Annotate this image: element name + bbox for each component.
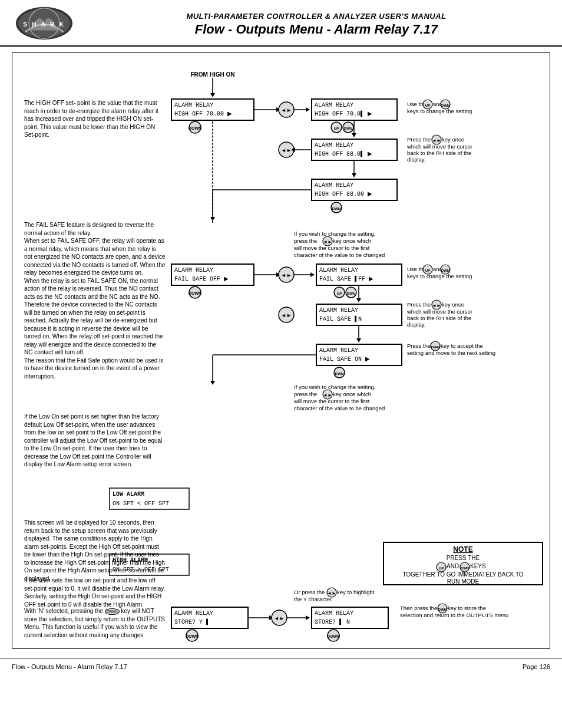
svg-text:◄►: ◄► <box>281 312 292 318</box>
svg-text:press the: press the <box>294 238 317 244</box>
svg-text:FAIL SAFE  OFF    ▶: FAIL SAFE OFF ▶ <box>174 276 229 282</box>
svg-text:character of the value to be c: character of the value to be changed <box>294 405 385 411</box>
svg-text:◄►: ◄► <box>323 393 332 398</box>
svg-text:◄►: ◄► <box>327 591 336 596</box>
svg-text:keys to change the setting: keys to change the setting <box>407 108 472 114</box>
svg-text:UP: UP <box>425 104 430 107</box>
svg-text:STORE?     Y ▌: STORE? Y ▌ <box>174 618 210 625</box>
svg-text:ALARM RELAY: ALARM RELAY <box>319 347 358 354</box>
svg-text:KEYS: KEYS <box>470 563 486 569</box>
svg-text:ALARM RELAY: ALARM RELAY <box>319 267 358 274</box>
svg-text:NOTE: NOTE <box>453 545 472 554</box>
svg-text:press the: press the <box>294 391 317 397</box>
svg-text:RUN MODE: RUN MODE <box>447 578 480 585</box>
svg-marker-115 <box>210 381 215 385</box>
svg-text:Or press the: Or press the <box>294 589 325 595</box>
svg-text:HIGH  OFF  70.0▌  ▶: HIGH OFF 70.0▌ ▶ <box>315 110 372 117</box>
svg-text:UP: UP <box>337 292 342 295</box>
svg-text:If you wish to change the sett: If you wish to change the setting, <box>294 384 375 390</box>
svg-text:back to the RH side of the: back to the RH side of the <box>407 150 471 156</box>
svg-text:◄►: ◄► <box>274 615 285 621</box>
svg-text:the Y character.: the Y character. <box>294 596 333 602</box>
svg-text:DWN: DWN <box>332 207 340 210</box>
svg-text:DOWN: DOWN <box>327 634 340 638</box>
svg-text:display.: display. <box>407 321 426 328</box>
svg-text:back to the RH side of the: back to the RH side of the <box>407 315 471 321</box>
svg-marker-14 <box>306 107 310 112</box>
svg-text:UP: UP <box>425 269 430 272</box>
svg-text:FAIL SAFE  ▌N: FAIL SAFE ▌N <box>319 315 362 322</box>
svg-marker-30 <box>352 133 356 137</box>
svg-text:key to highlight: key to highlight <box>337 589 375 595</box>
svg-text:DWN: DWN <box>438 608 447 611</box>
svg-text:If you wish to change the sett: If you wish to change the setting, <box>294 230 375 237</box>
svg-text:DOWN: DOWN <box>189 291 201 295</box>
svg-text:Not stored: Not stored <box>179 642 205 643</box>
svg-text:◄►: ◄► <box>432 303 441 308</box>
svg-marker-46 <box>352 173 356 177</box>
svg-text:display.: display. <box>407 156 426 163</box>
svg-text:will move the cursor to the fi: will move the cursor to the first <box>293 245 370 251</box>
svg-text:DOWN: DOWN <box>189 126 201 130</box>
svg-text:will move the cursor to the fi: will move the cursor to the first <box>293 398 370 404</box>
shark-logo: S H A R K <box>12 6 77 41</box>
svg-marker-88 <box>356 298 361 302</box>
svg-text:selection and return to the OU: selection and return to the OUTPUTS menu <box>400 612 508 618</box>
svg-text:HIGH  OFF  88.0▌  ▶: HIGH OFF 88.0▌ ▶ <box>315 150 372 157</box>
svg-text:DWN: DWN <box>335 372 343 375</box>
svg-text:ALARM RELAY: ALARM RELAY <box>315 182 353 189</box>
main-content: FROM HIGH ON ALARM RELAY HIGH OFF 70.00 … <box>0 47 562 655</box>
svg-text:DWN: DWN <box>461 566 469 570</box>
svg-text:DOWN: DOWN <box>186 634 199 638</box>
svg-text:DWN: DWN <box>344 127 352 130</box>
header-title: Flow - Outputs Menu - Alarm Relay 7.17 <box>82 22 550 37</box>
svg-text:Press the: Press the <box>407 136 431 143</box>
header-text: MULTI-PARAMETER CONTROLLER & ANALYZER US… <box>82 12 550 37</box>
svg-text:LOW ALARM: LOW ALARM <box>113 491 144 498</box>
svg-text:Press the: Press the <box>407 301 431 308</box>
svg-text:ALARM RELAY: ALARM RELAY <box>315 142 353 149</box>
svg-text:FAIL SAFE  ▌FF    ▶: FAIL SAFE ▌FF ▶ <box>319 275 373 282</box>
svg-marker-72 <box>310 272 315 277</box>
svg-text:Then press the: Then press the <box>400 605 437 611</box>
svg-text:key to store the: key to store the <box>448 605 486 611</box>
svg-text:Press the: Press the <box>407 342 431 349</box>
svg-text:FAIL SAFE  ON      ▶: FAIL SAFE ON ▶ <box>319 356 370 363</box>
svg-text:key once which: key once which <box>333 238 371 244</box>
logo-area: S H A R K <box>12 6 82 42</box>
svg-text:ON SPT < OFF SPT: ON SPT < OFF SPT <box>113 500 169 507</box>
svg-text:DWN: DWN <box>441 104 449 107</box>
svg-text:key to accept the: key to accept the <box>441 342 483 349</box>
footer-left: Flow - Outputs Menu - Alarm Relay 7.17 <box>12 663 127 670</box>
svg-marker-155 <box>306 615 310 620</box>
svg-text:key once: key once <box>442 136 464 143</box>
svg-text:UP: UP <box>334 127 339 130</box>
svg-text:key once which: key once which <box>333 391 371 397</box>
footer-right: Page 126 <box>523 663 550 670</box>
svg-text:TOGETHER TO GO IMMEDIATELY BAC: TOGETHER TO GO IMMEDIATELY BACK TO <box>402 571 523 578</box>
svg-text:ALARM RELAY: ALARM RELAY <box>174 610 213 617</box>
svg-text:ALARM RELAY: ALARM RELAY <box>319 307 358 314</box>
svg-text:Stored: Stored <box>325 642 342 643</box>
lcd-high-off-1-line2: HIGH OFF 70.00 ▶ <box>174 111 232 117</box>
from-label: FROM HIGH ON <box>191 71 235 78</box>
svg-text:which will move the cursor: which will move the cursor <box>406 308 472 315</box>
diagram-svg: FROM HIGH ON ALARM RELAY HIGH OFF 70.00 … <box>18 59 556 643</box>
svg-text:AND: AND <box>447 563 459 569</box>
svg-text:HIGH  OFF  88.00   ▶: HIGH OFF 88.00 ▶ <box>315 191 372 197</box>
svg-text:character of the value to be c: character of the value to be changed <box>294 252 385 258</box>
svg-text:◄►: ◄► <box>432 138 441 143</box>
svg-text:◄►: ◄► <box>281 147 292 153</box>
header-subtitle: MULTI-PARAMETER CONTROLLER & ANALYZER US… <box>82 12 550 21</box>
diagram-box: FROM HIGH ON ALARM RELAY HIGH OFF 70.00 … <box>12 52 550 649</box>
svg-text:DWN: DWN <box>441 269 449 272</box>
svg-text:UP: UP <box>439 566 444 570</box>
svg-text:◄►: ◄► <box>281 107 292 113</box>
svg-text:ALARM RELAY: ALARM RELAY <box>174 267 213 274</box>
svg-text:setting and move to the next s: setting and move to the next setting <box>407 350 495 356</box>
svg-text:DWN: DWN <box>347 292 355 295</box>
page-header: S H A R K MULTI-PARAMETER CONTROLLER & A… <box>0 0 562 47</box>
svg-text:key once: key once <box>442 301 464 308</box>
svg-text:ALARM RELAY: ALARM RELAY <box>315 102 353 108</box>
svg-marker-102 <box>356 338 361 342</box>
